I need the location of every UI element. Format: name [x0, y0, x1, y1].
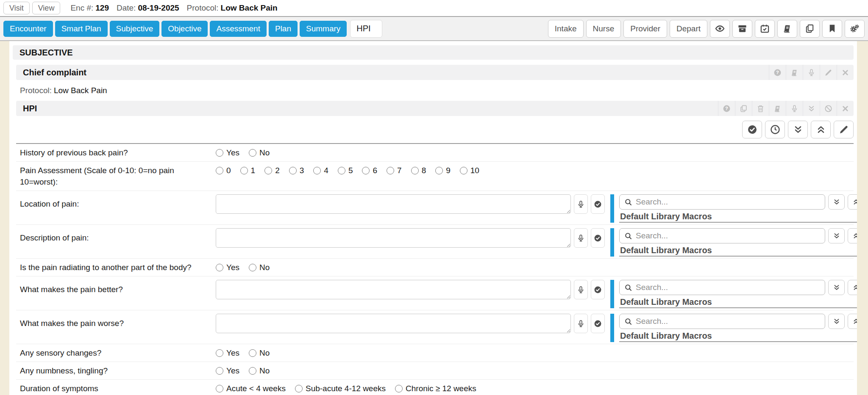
- collapse-all-button[interactable]: [848, 280, 857, 295]
- radio-option[interactable]: 6: [362, 165, 377, 176]
- radio-button[interactable]: [395, 385, 403, 392]
- tab-hpi[interactable]: HPI: [350, 20, 382, 38]
- confirm-button[interactable]: [591, 228, 605, 248]
- dictate-button[interactable]: [574, 194, 588, 214]
- radio-button[interactable]: [249, 149, 256, 157]
- stage-button-provider[interactable]: Provider: [623, 20, 667, 38]
- collapse-all-button[interactable]: [848, 194, 857, 210]
- chief-complaint-book-button[interactable]: [786, 65, 803, 80]
- nav-button-smart-plan[interactable]: Smart Plan: [55, 21, 108, 37]
- radio-option[interactable]: No: [249, 147, 270, 158]
- radio-button[interactable]: [362, 167, 370, 174]
- answer-textarea[interactable]: [216, 194, 571, 214]
- eye-button[interactable]: [710, 20, 730, 38]
- hpi-microphone-button[interactable]: [786, 101, 803, 116]
- expand-all-button[interactable]: [828, 228, 845, 243]
- nav-button-summary[interactable]: Summary: [300, 21, 347, 37]
- radio-option[interactable]: 1: [240, 165, 256, 176]
- radio-option[interactable]: 10: [460, 165, 479, 176]
- radio-button[interactable]: [313, 167, 321, 174]
- nav-button-objective[interactable]: Objective: [161, 21, 208, 37]
- radio-option[interactable]: 0: [216, 165, 231, 176]
- nav-button-encounter[interactable]: Encounter: [3, 21, 53, 37]
- hpi-book-button[interactable]: [769, 101, 786, 116]
- view-button[interactable]: View: [32, 2, 61, 14]
- radio-option[interactable]: 8: [411, 165, 426, 176]
- radio-option[interactable]: 3: [289, 165, 304, 176]
- radio-option[interactable]: Yes: [216, 347, 239, 359]
- radio-option[interactable]: 5: [338, 165, 353, 176]
- macro-search-input[interactable]: [636, 231, 820, 240]
- stage-button-intake[interactable]: Intake: [548, 20, 584, 38]
- macro-search-input[interactable]: [636, 283, 820, 292]
- radio-option[interactable]: Sub-acute 4-12 weeks: [295, 383, 386, 394]
- answer-textarea[interactable]: [216, 314, 571, 333]
- collapse-all-button[interactable]: [848, 314, 857, 329]
- radio-option[interactable]: Yes: [216, 147, 239, 158]
- radio-button[interactable]: [295, 385, 303, 392]
- radio-button[interactable]: [387, 167, 394, 174]
- radio-option[interactable]: 2: [264, 165, 280, 176]
- dictate-button[interactable]: [574, 314, 588, 333]
- radio-option[interactable]: No: [249, 347, 270, 359]
- gears-button[interactable]: [845, 20, 865, 38]
- radio-button[interactable]: [460, 167, 467, 174]
- radio-button[interactable]: [249, 264, 256, 271]
- confirm-button[interactable]: [591, 280, 605, 299]
- hpi-close-button[interactable]: [837, 101, 854, 116]
- radio-button[interactable]: [216, 149, 223, 157]
- macro-search-input[interactable]: [636, 317, 820, 326]
- hpi-ban-button[interactable]: [820, 101, 837, 116]
- radio-option[interactable]: Yes: [216, 262, 239, 273]
- confirm-button[interactable]: [591, 314, 605, 333]
- radio-button[interactable]: [289, 167, 297, 174]
- chief-complaint-pencil-button[interactable]: [820, 65, 837, 80]
- macro-search-input[interactable]: [636, 197, 820, 207]
- radio-option[interactable]: 7: [387, 165, 402, 176]
- radio-option[interactable]: 4: [313, 165, 328, 176]
- chevron-double-down-action-button[interactable]: [788, 121, 808, 138]
- answer-textarea[interactable]: [216, 228, 571, 248]
- radio-button[interactable]: [216, 264, 223, 271]
- hpi-trash-button[interactable]: [752, 101, 769, 116]
- calendar-check-button[interactable]: [755, 20, 775, 38]
- radio-option[interactable]: Yes: [216, 365, 239, 376]
- radio-option[interactable]: Acute < 4 weeks: [216, 383, 286, 394]
- radio-button[interactable]: [338, 167, 345, 174]
- macro-library-header[interactable]: Default Library Macros: [619, 212, 857, 223]
- radio-option[interactable]: 9: [435, 165, 451, 176]
- expand-all-button[interactable]: [828, 280, 845, 295]
- hpi-copy-button[interactable]: [735, 101, 752, 116]
- check-circle-action-button[interactable]: [742, 121, 762, 138]
- radio-button[interactable]: [216, 385, 223, 392]
- macro-library-header[interactable]: Default Library Macros: [619, 298, 857, 308]
- expand-all-button[interactable]: [828, 194, 845, 210]
- copy-button[interactable]: [800, 20, 820, 38]
- hpi-question-circle-button[interactable]: ?: [718, 101, 735, 116]
- macro-library-header[interactable]: Default Library Macros: [619, 246, 857, 257]
- nav-button-assessment[interactable]: Assessment: [210, 21, 266, 37]
- radio-button[interactable]: [240, 167, 248, 174]
- pencil-action-button[interactable]: [834, 121, 854, 138]
- radio-button[interactable]: [411, 167, 419, 174]
- radio-option[interactable]: No: [249, 365, 270, 376]
- radio-button[interactable]: [216, 349, 223, 357]
- radio-option[interactable]: Chronic ≥ 12 weeks: [395, 383, 476, 394]
- chief-complaint-question-circle-button[interactable]: ?: [769, 65, 786, 80]
- answer-textarea[interactable]: [216, 280, 571, 299]
- expand-all-button[interactable]: [828, 314, 845, 329]
- radio-button[interactable]: [216, 367, 223, 375]
- visit-button[interactable]: Visit: [3, 2, 30, 14]
- stage-button-nurse[interactable]: Nurse: [586, 20, 621, 38]
- clock-action-button[interactable]: [765, 121, 785, 138]
- confirm-button[interactable]: [591, 194, 605, 214]
- bookmark-button[interactable]: [822, 20, 842, 38]
- hpi-chevron-double-down-button[interactable]: [803, 101, 820, 116]
- stage-button-depart[interactable]: Depart: [670, 20, 707, 38]
- chevron-double-up-action-button[interactable]: [811, 121, 831, 138]
- radio-button[interactable]: [435, 167, 443, 174]
- dictate-button[interactable]: [574, 228, 588, 248]
- chief-complaint-microphone-button[interactable]: [803, 65, 820, 80]
- radio-option[interactable]: No: [249, 262, 270, 273]
- archive-box-button[interactable]: [732, 20, 752, 38]
